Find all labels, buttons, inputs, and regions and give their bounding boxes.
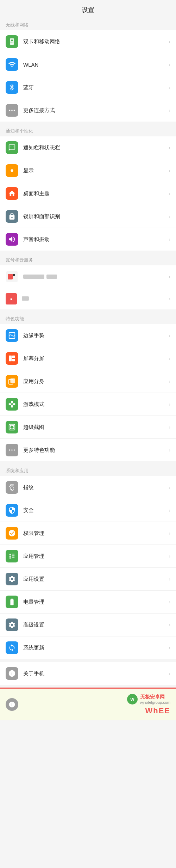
- menu-item-lock[interactable]: 锁屏和面部识别 ›: [0, 205, 176, 228]
- screenshot-label: 超级截图: [23, 424, 169, 431]
- menu-item-split[interactable]: 屏幕分屏 ›: [0, 347, 176, 370]
- watermark-brand: 无极安卓网: [140, 694, 170, 700]
- security-chevron: ›: [169, 507, 170, 513]
- split-label: 屏幕分屏: [23, 355, 169, 362]
- security-label: 安全: [23, 507, 169, 514]
- section-system: 系统和应用 指纹 › 安全 ›: [0, 464, 176, 659]
- banner-info-icon: [8, 701, 15, 708]
- menu-item-account2[interactable]: ■ ›: [0, 288, 176, 309]
- svg-text:W: W: [130, 697, 134, 702]
- svg-point-20: [11, 449, 13, 451]
- notify-icon: [8, 144, 16, 152]
- menu-item-advanced[interactable]: 高级设置 ›: [0, 614, 176, 636]
- menu-item-permission[interactable]: 权限管理 ›: [0, 522, 176, 545]
- whee-text: WhEE: [145, 706, 170, 715]
- split-icon-wrap: [6, 352, 18, 365]
- split-chevron: ›: [169, 356, 170, 361]
- lock-icon: [8, 213, 16, 220]
- section-header-notification: 通知和个性化: [0, 124, 176, 136]
- app-mgr-label: 应用管理: [23, 553, 169, 560]
- account1-icon: [6, 270, 18, 283]
- desktop-icon: [8, 190, 16, 197]
- menu-item-security[interactable]: 安全 ›: [0, 499, 176, 522]
- account2-avatar-text: ■: [10, 297, 12, 301]
- notify-icon-wrap: [6, 141, 18, 154]
- section-notification: 通知和个性化 通知栏和状态栏 › 显示 ›: [0, 124, 176, 251]
- more-conn-label: 更多连接方式: [23, 107, 169, 114]
- screenshot-icon: [8, 423, 16, 431]
- svg-point-5: [9, 110, 11, 111]
- screenshot-icon-wrap: [6, 421, 18, 433]
- svg-rect-13: [9, 356, 12, 362]
- svg-point-6: [11, 110, 13, 111]
- app-mgr-icon-wrap: [6, 550, 18, 562]
- lock-chevron: ›: [169, 214, 170, 219]
- game-icon: [8, 400, 16, 408]
- menu-item-bluetooth[interactable]: 蓝牙 ›: [0, 76, 176, 99]
- menu-item-about[interactable]: 关于手机 ›: [0, 662, 176, 685]
- app-mgr-icon: [8, 552, 16, 560]
- menu-item-app-set[interactable]: 应用设置 ›: [0, 568, 176, 591]
- svg-rect-18: [9, 424, 15, 430]
- svg-rect-14: [12, 356, 15, 358]
- account2-chevron: ›: [169, 296, 170, 302]
- sound-chevron: ›: [169, 236, 170, 242]
- account1-logo-icon: [6, 271, 18, 282]
- game-icon-wrap: [6, 398, 18, 411]
- security-icon-wrap: [6, 504, 18, 517]
- more-conn-chevron: ›: [169, 107, 170, 113]
- section-body-wireless: 双卡和移动网络 › WLAN › 蓝牙 ›: [0, 30, 176, 122]
- sound-icon-wrap: [6, 233, 18, 246]
- menu-item-screenshot[interactable]: 超级截图 ›: [0, 416, 176, 439]
- account2-text: [22, 296, 169, 302]
- menu-item-sound[interactable]: 声音和振动 ›: [0, 228, 176, 251]
- app-set-chevron: ›: [169, 576, 170, 582]
- menu-item-update[interactable]: 系统更新 ›: [0, 636, 176, 659]
- banner-right: W 无极安卓网 wjhotelgroup.com WhEE: [22, 694, 170, 715]
- menu-item-edge[interactable]: 边缘手势 ›: [0, 324, 176, 347]
- permission-icon-wrap: [6, 527, 18, 540]
- menu-item-clone[interactable]: 应用分身 ›: [0, 370, 176, 393]
- app-set-icon: [8, 575, 16, 583]
- wlan-label: WLAN: [23, 62, 169, 68]
- sound-icon: [8, 235, 16, 243]
- desktop-icon-wrap: [6, 187, 18, 200]
- menu-item-fingerprint[interactable]: 指纹 ›: [0, 476, 176, 499]
- display-chevron: ›: [169, 168, 170, 173]
- menu-item-more-conn[interactable]: 更多连接方式 ›: [0, 99, 176, 122]
- menu-item-desktop[interactable]: 桌面和主题 ›: [0, 182, 176, 205]
- bluetooth-chevron: ›: [169, 85, 170, 90]
- fingerprint-chevron: ›: [169, 485, 170, 490]
- more-feat-label: 更多特色功能: [23, 447, 169, 454]
- menu-item-wlan[interactable]: WLAN ›: [0, 53, 176, 76]
- more-feat-icon-wrap: [6, 444, 18, 456]
- edge-icon-wrap: [6, 329, 18, 342]
- fingerprint-icon: [8, 484, 16, 491]
- menu-item-more-feat[interactable]: 更多特色功能 ›: [0, 439, 176, 461]
- sim-icon-wrap: [6, 35, 18, 48]
- permission-icon: [8, 529, 16, 537]
- section-features: 特色功能 边缘手势 › 屏幕分屏 ›: [0, 312, 176, 461]
- menu-item-battery[interactable]: 电量管理 ›: [0, 591, 176, 614]
- bluetooth-label: 蓝牙: [23, 84, 169, 91]
- lock-icon-wrap: [6, 210, 18, 223]
- menu-item-display[interactable]: 显示 ›: [0, 159, 176, 182]
- section-wireless: 无线和网络 双卡和移动网络 ›: [0, 18, 176, 122]
- wjhotel-logo-icon: W: [127, 694, 138, 705]
- menu-item-account1[interactable]: ›: [0, 265, 176, 288]
- app-mgr-chevron: ›: [169, 553, 170, 559]
- menu-item-sim[interactable]: 双卡和移动网络 ›: [0, 30, 176, 53]
- account1-chevron: ›: [169, 274, 170, 279]
- advanced-label: 高级设置: [23, 622, 169, 628]
- svg-rect-3: [12, 42, 12, 43]
- bluetooth-icon: [8, 84, 16, 91]
- notify-bar-label: 通知栏和状态栏: [23, 144, 169, 151]
- more-feat-icon: [8, 446, 16, 454]
- menu-item-notify-bar[interactable]: 通知栏和状态栏 ›: [0, 136, 176, 159]
- menu-item-game[interactable]: 游戏模式 ›: [0, 393, 176, 416]
- battery-chevron: ›: [169, 599, 170, 605]
- account1-text: [23, 275, 169, 279]
- security-icon: [8, 506, 16, 514]
- wifi-icon-wrap: [6, 58, 18, 71]
- menu-item-app-mgr[interactable]: 应用管理 ›: [0, 545, 176, 568]
